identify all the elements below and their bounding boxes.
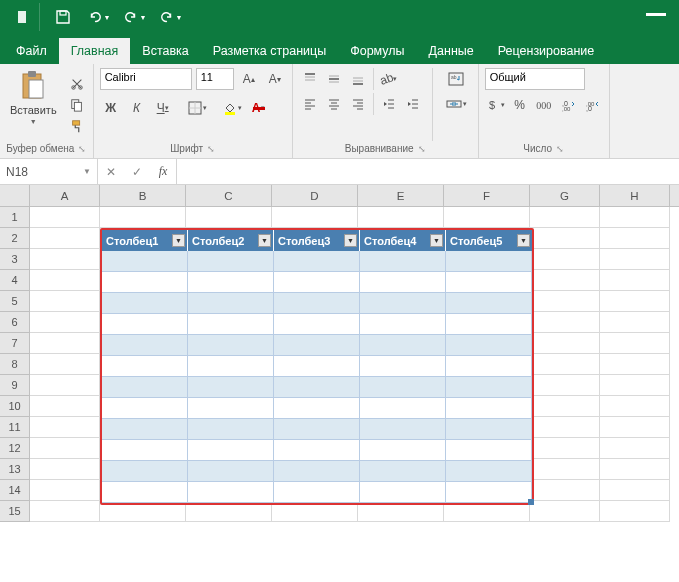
decrease-decimal-button[interactable]: ,00,0 <box>581 94 603 116</box>
cell[interactable] <box>30 501 100 522</box>
table-cell[interactable] <box>274 461 360 482</box>
undo-button[interactable]: ▼ <box>82 3 116 31</box>
table-cell[interactable] <box>102 293 188 314</box>
table-cell[interactable] <box>274 314 360 335</box>
row-header[interactable]: 11 <box>0 417 30 438</box>
filter-dropdown-icon[interactable]: ▼ <box>517 234 530 247</box>
cells-area[interactable]: Столбец1▼Столбец2▼Столбец3▼Столбец4▼Стол… <box>30 207 679 522</box>
table-column-header[interactable]: Столбец1▼ <box>102 230 188 251</box>
table-cell[interactable] <box>360 314 446 335</box>
cell[interactable] <box>530 249 600 270</box>
col-header[interactable]: D <box>272 185 358 206</box>
filter-dropdown-icon[interactable]: ▼ <box>344 234 357 247</box>
cell[interactable] <box>600 480 670 501</box>
table-cell[interactable] <box>274 251 360 272</box>
table-cell[interactable] <box>188 272 274 293</box>
col-header[interactable]: C <box>186 185 272 206</box>
table-cell[interactable] <box>102 377 188 398</box>
cell[interactable] <box>30 207 100 228</box>
cell[interactable] <box>530 501 600 522</box>
cell[interactable] <box>272 207 358 228</box>
table-cell[interactable] <box>446 251 532 272</box>
col-header[interactable]: E <box>358 185 444 206</box>
table-cell[interactable] <box>274 440 360 461</box>
table-cell[interactable] <box>360 335 446 356</box>
help-icon[interactable] <box>639 3 673 31</box>
table-cell[interactable] <box>274 398 360 419</box>
table-cell[interactable] <box>360 440 446 461</box>
row-header[interactable]: 5 <box>0 291 30 312</box>
borders-button[interactable]: ▾ <box>187 97 209 119</box>
increase-font-button[interactable]: A▴ <box>238 68 260 90</box>
cell[interactable] <box>600 438 670 459</box>
cell[interactable] <box>600 207 670 228</box>
table-cell[interactable] <box>102 272 188 293</box>
cut-button[interactable] <box>67 75 87 93</box>
underline-button[interactable]: Ч▾ <box>152 97 174 119</box>
cell[interactable] <box>600 291 670 312</box>
col-header[interactable]: F <box>444 185 530 206</box>
increase-decimal-button[interactable]: ,0,00 <box>557 94 579 116</box>
cell[interactable] <box>530 312 600 333</box>
comma-button[interactable]: 000 <box>533 94 555 116</box>
table-cell[interactable] <box>102 440 188 461</box>
cell[interactable] <box>30 480 100 501</box>
tab-data[interactable]: Данные <box>417 38 486 64</box>
table-cell[interactable] <box>360 272 446 293</box>
table-cell[interactable] <box>102 314 188 335</box>
row-header[interactable]: 12 <box>0 438 30 459</box>
row-header[interactable]: 6 <box>0 312 30 333</box>
table-cell[interactable] <box>446 398 532 419</box>
table-cell[interactable] <box>360 293 446 314</box>
table-cell[interactable] <box>446 293 532 314</box>
table-cell[interactable] <box>274 272 360 293</box>
currency-button[interactable]: $▾ <box>485 94 507 116</box>
wrap-text-button[interactable]: ab <box>441 68 472 90</box>
table-cell[interactable] <box>274 293 360 314</box>
name-box[interactable]: N18▼ <box>0 159 98 184</box>
table-cell[interactable] <box>446 335 532 356</box>
tab-insert[interactable]: Вставка <box>130 38 200 64</box>
cell[interactable] <box>600 375 670 396</box>
table-cell[interactable] <box>188 440 274 461</box>
table-cell[interactable] <box>446 461 532 482</box>
font-color-button[interactable]: A▾ <box>248 97 270 119</box>
table-cell[interactable] <box>102 398 188 419</box>
repeat-button[interactable]: ▼ <box>154 3 188 31</box>
cell[interactable] <box>600 501 670 522</box>
col-header[interactable]: H <box>600 185 670 206</box>
filter-dropdown-icon[interactable]: ▼ <box>258 234 271 247</box>
cell[interactable] <box>30 375 100 396</box>
cell[interactable] <box>186 207 272 228</box>
table-cell[interactable] <box>446 440 532 461</box>
row-header[interactable]: 14 <box>0 480 30 501</box>
cell[interactable] <box>100 207 186 228</box>
select-all-corner[interactable] <box>0 185 30 206</box>
cell[interactable] <box>600 354 670 375</box>
table-cell[interactable] <box>188 398 274 419</box>
cell[interactable] <box>600 270 670 291</box>
fill-color-button[interactable]: ▾ <box>222 97 244 119</box>
table-cell[interactable] <box>446 272 532 293</box>
row-header[interactable]: 15 <box>0 501 30 522</box>
cell[interactable] <box>600 333 670 354</box>
cell[interactable] <box>530 333 600 354</box>
number-launcher[interactable]: ⤡ <box>556 144 564 154</box>
paste-button[interactable]: Вставить ▼ <box>6 68 61 141</box>
table-resize-handle[interactable] <box>528 499 534 505</box>
orientation-button[interactable]: ab▾ <box>378 68 400 90</box>
cell[interactable] <box>530 228 600 249</box>
tab-review[interactable]: Рецензирование <box>486 38 607 64</box>
row-header[interactable]: 1 <box>0 207 30 228</box>
cell[interactable] <box>600 249 670 270</box>
bold-button[interactable]: Ж <box>100 97 122 119</box>
col-header[interactable]: B <box>100 185 186 206</box>
cell[interactable] <box>600 228 670 249</box>
cancel-formula-button[interactable]: ✕ <box>98 159 124 184</box>
table-cell[interactable] <box>360 398 446 419</box>
table-cell[interactable] <box>102 335 188 356</box>
cell[interactable] <box>30 438 100 459</box>
row-header[interactable]: 7 <box>0 333 30 354</box>
font-launcher[interactable]: ⤡ <box>207 144 215 154</box>
table-cell[interactable] <box>102 482 188 503</box>
